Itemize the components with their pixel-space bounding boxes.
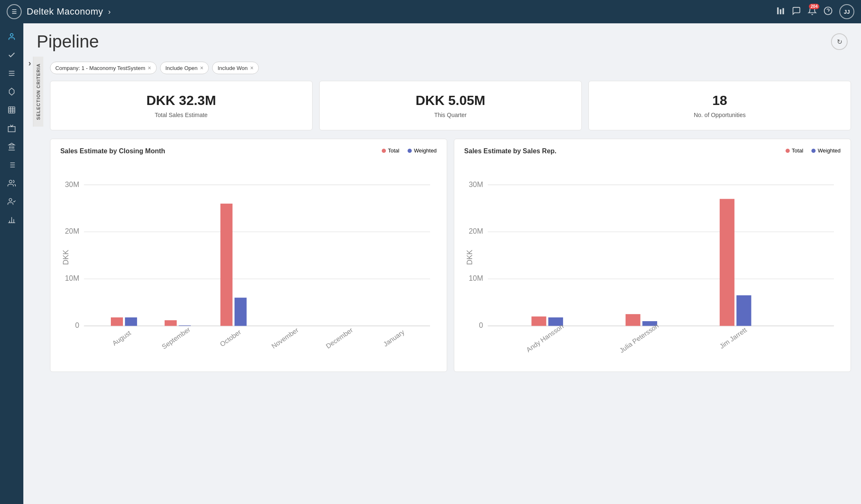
sidebar-item-check[interactable] bbox=[3, 47, 20, 63]
svg-text:0: 0 bbox=[75, 321, 79, 329]
chart1-svg-container: 30M 20M 10M 0 DKK bbox=[60, 160, 437, 363]
sidebar-item-list[interactable] bbox=[3, 157, 20, 173]
svg-text:DKK: DKK bbox=[466, 250, 474, 265]
sidebar-item-building[interactable] bbox=[3, 120, 20, 137]
notification-count: 204 bbox=[809, 4, 819, 9]
navbar-right: 204 JJ bbox=[776, 4, 854, 19]
svg-rect-1 bbox=[780, 9, 781, 14]
selection-criteria-tab[interactable]: SELECTION CRITERIA bbox=[33, 57, 43, 127]
criteria-tab-label: SELECTION CRITERIA bbox=[36, 63, 41, 120]
svg-rect-15 bbox=[8, 127, 15, 132]
chart2-total-dot bbox=[786, 149, 790, 153]
filter-open-remove[interactable]: × bbox=[200, 65, 203, 71]
sidebar-item-bank[interactable] bbox=[3, 138, 20, 155]
svg-text:August: August bbox=[111, 329, 133, 347]
criteria-expand-button[interactable]: › bbox=[28, 58, 31, 68]
chart1-bar-august-weighted bbox=[125, 317, 137, 326]
svg-marker-9 bbox=[9, 88, 14, 95]
filter-won-remove[interactable]: × bbox=[250, 65, 253, 71]
sidebar-item-people[interactable] bbox=[3, 175, 20, 192]
reports-icon[interactable] bbox=[776, 6, 785, 17]
main-content: Pipeline ↻ › SELECTION CRITERIA bbox=[23, 23, 861, 504]
avatar-initials: JJ bbox=[844, 9, 850, 15]
app-chevron: › bbox=[108, 7, 111, 16]
kpi-total-sales-label: Total Sales Estimate bbox=[60, 112, 302, 118]
kpi-this-quarter-value: DKK 5.05M bbox=[330, 93, 571, 108]
chart2-title: Sales Estimate by Sales Rep. bbox=[464, 147, 556, 155]
svg-text:DKK: DKK bbox=[62, 250, 70, 265]
sidebar-item-analytics[interactable] bbox=[3, 83, 20, 100]
chart1-legend-total: Total bbox=[382, 147, 399, 154]
svg-text:September: September bbox=[160, 325, 191, 350]
kpi-total-sales: DKK 32.3M Total Sales Estimate bbox=[50, 81, 313, 130]
kpi-opportunities-value: 18 bbox=[599, 93, 841, 108]
chart1-weighted-label: Weighted bbox=[414, 147, 437, 154]
filter-company[interactable]: Company: 1 - Maconomy TestSystem × bbox=[50, 62, 157, 74]
criteria-panel: › SELECTION CRITERIA bbox=[27, 57, 43, 127]
notification-bell[interactable]: 204 bbox=[808, 6, 817, 17]
sidebar bbox=[0, 23, 23, 504]
svg-rect-10 bbox=[9, 107, 15, 113]
svg-text:November: November bbox=[270, 326, 300, 350]
sidebar-item-bar-chart[interactable] bbox=[3, 212, 20, 228]
kpi-opportunities: 18 No. of Opportunities bbox=[588, 81, 851, 130]
svg-text:October: October bbox=[218, 328, 243, 348]
filter-open-label: Include Open bbox=[165, 65, 198, 71]
kpi-row: DKK 32.3M Total Sales Estimate DKK 5.05M… bbox=[50, 81, 851, 130]
hamburger-icon: ☰ bbox=[12, 8, 17, 15]
refresh-button[interactable]: ↻ bbox=[831, 33, 848, 50]
svg-text:Jim Jarrett: Jim Jarrett bbox=[718, 326, 748, 350]
chart1-legend: Total Weighted bbox=[382, 147, 437, 154]
svg-text:30M: 30M bbox=[65, 180, 79, 189]
hamburger-button[interactable]: ☰ bbox=[7, 4, 22, 19]
svg-marker-21 bbox=[9, 143, 14, 145]
sidebar-item-table[interactable] bbox=[3, 102, 20, 118]
refresh-icon: ↻ bbox=[837, 38, 842, 46]
kpi-this-quarter-label: This Quarter bbox=[330, 112, 571, 118]
chart2-legend-weighted: Weighted bbox=[811, 147, 841, 154]
svg-text:10M: 10M bbox=[65, 274, 79, 282]
chart2-svg-container: 30M 20M 10M 0 DKK bbox=[464, 160, 841, 363]
svg-point-28 bbox=[9, 180, 12, 183]
filter-won-label: Include Won bbox=[218, 65, 248, 71]
filter-company-label: Company: 1 - Maconomy TestSystem bbox=[55, 65, 145, 71]
chart1-bar-sep-total bbox=[165, 320, 177, 326]
svg-text:January: January bbox=[382, 328, 406, 348]
chart2-bar-jim-total bbox=[720, 199, 734, 326]
chart2-bar-jim-weighted bbox=[736, 295, 751, 326]
svg-text:30M: 30M bbox=[469, 180, 483, 189]
chart-closing-month: Sales Estimate by Closing Month Total We… bbox=[50, 139, 447, 372]
svg-text:20M: 20M bbox=[65, 227, 79, 235]
chart1-bar-august-total bbox=[111, 317, 123, 326]
chart1-bar-oct-weighted bbox=[234, 298, 246, 326]
sidebar-item-user[interactable] bbox=[3, 28, 20, 45]
app-layout: Pipeline ↻ › SELECTION CRITERIA bbox=[0, 23, 861, 504]
messages-icon[interactable] bbox=[792, 6, 801, 17]
page-title: Pipeline bbox=[37, 32, 99, 52]
svg-text:20M: 20M bbox=[469, 227, 483, 235]
chart-sales-rep: Sales Estimate by Sales Rep. Total Weigh… bbox=[454, 139, 851, 372]
chart1-total-label: Total bbox=[388, 147, 399, 154]
app-title: Deltek Maconomy bbox=[27, 6, 103, 17]
svg-point-29 bbox=[9, 199, 12, 202]
kpi-this-quarter: DKK 5.05M This Quarter bbox=[319, 81, 582, 130]
page-header: Pipeline ↻ bbox=[23, 23, 861, 57]
chart1-legend-weighted: Weighted bbox=[408, 147, 437, 154]
svg-text:Andy Hansson: Andy Hansson bbox=[525, 322, 565, 354]
chart2-weighted-label: Weighted bbox=[818, 147, 841, 154]
filter-open[interactable]: Include Open × bbox=[160, 62, 209, 74]
chart2-legend-total: Total bbox=[786, 147, 803, 154]
navbar-left: ☰ Deltek Maconomy › bbox=[7, 4, 111, 19]
help-icon[interactable] bbox=[823, 6, 833, 17]
content-area: Company: 1 - Maconomy TestSystem × Inclu… bbox=[43, 57, 861, 382]
kpi-total-sales-value: DKK 32.3M bbox=[60, 93, 302, 108]
sidebar-item-person-check[interactable] bbox=[3, 193, 20, 210]
filter-company-remove[interactable]: × bbox=[148, 65, 151, 71]
svg-rect-2 bbox=[783, 8, 784, 14]
filter-won[interactable]: Include Won × bbox=[212, 62, 259, 74]
chart2-bar-julia-total bbox=[626, 314, 640, 326]
chart1-weighted-dot bbox=[408, 149, 412, 153]
user-avatar[interactable]: JJ bbox=[839, 4, 854, 19]
chart2-bar-andy-total bbox=[531, 317, 546, 326]
sidebar-item-filter[interactable] bbox=[3, 65, 20, 82]
